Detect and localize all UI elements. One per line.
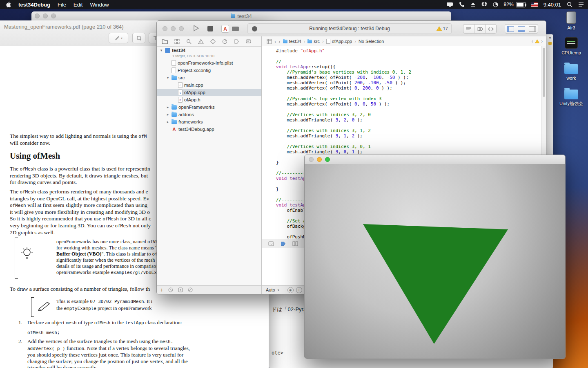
close-button[interactable] — [35, 13, 40, 18]
desktop-icon-Air3[interactable]: Air3 — [558, 11, 585, 30]
navigator-row-test34[interactable]: ▾ test34 — [157, 47, 261, 54]
desktop-icon-Unity勉強会[interactable]: Unity勉強会 — [558, 88, 585, 106]
toggle-debug-area-button[interactable] — [516, 25, 527, 33]
breadcrumb-item-ofapp-cpp[interactable]: ofApp.cpp — [326, 39, 352, 44]
unsaved-filter-icon[interactable] — [188, 287, 193, 292]
disclosure-closed-icon[interactable]: ▸ — [166, 112, 170, 117]
minimize-button[interactable] — [317, 157, 322, 162]
pdf-heading: Using ofMesh — [10, 151, 60, 161]
close-button[interactable] — [309, 157, 314, 162]
menu-file[interactable]: File — [58, 2, 66, 8]
file-name: src — [178, 75, 185, 80]
warning-badge[interactable]: ! 17 — [437, 26, 448, 31]
activity-viewer: Running test34Debug : test34 Debug ! 17 — [247, 23, 452, 34]
variables-scope-select[interactable]: Auto — [266, 287, 275, 292]
close-button[interactable] — [163, 26, 167, 31]
scheme-app-icon[interactable]: A — [221, 25, 229, 33]
navigator-row-test34Debug.app[interactable]: Atest34Debug.app — [157, 126, 261, 133]
text-line: addVertex( p ) function. Note that if a … — [27, 345, 190, 352]
recent-files-icon[interactable] — [168, 287, 173, 292]
breadcrumb-item-test34[interactable]: test34 — [283, 39, 301, 44]
disclosure-open-icon[interactable]: ▾ — [159, 48, 163, 52]
breakpoint-navigator-icon[interactable] — [234, 39, 239, 44]
issue-navigator-icon[interactable] — [198, 39, 204, 44]
navigator-row-openFrameworks-Info.plist[interactable]: openFrameworks-Info.plist — [157, 59, 261, 67]
menu-bar-clock[interactable]: 9:40:01 — [543, 2, 561, 8]
navigator-row-frameworks[interactable]: ▸frameworks — [157, 118, 261, 126]
breadcrumb-item-src[interactable]: src — [307, 39, 320, 44]
test-navigator-icon[interactable] — [210, 39, 216, 44]
battery-status[interactable]: 92% — [504, 2, 526, 7]
text-line: The simplest way to add lighting and nor… — [10, 133, 147, 140]
opengl-render-window[interactable] — [304, 155, 566, 359]
forward-button[interactable]: › — [278, 38, 280, 45]
project-navigator[interactable]: ▾ test34 1 target, OS X SDK 10.10 openFr… — [157, 47, 261, 286]
text-line: will consider now. — [10, 140, 147, 146]
notification-center-icon[interactable] — [578, 2, 584, 7]
app-menu-title[interactable]: test34Debug — [18, 2, 50, 8]
handoff-phone-icon[interactable] — [459, 2, 465, 7]
navigator-row-src[interactable]: ▾src — [157, 74, 261, 81]
symbol-navigator-icon[interactable] — [174, 39, 180, 44]
browser-scrollbar[interactable]: ▾ — [548, 36, 552, 45]
display-menu-icon[interactable] — [446, 2, 453, 7]
desktop-icon-work[interactable]: work — [558, 62, 585, 81]
zoom-button[interactable] — [51, 13, 56, 18]
related-items-icon[interactable] — [267, 39, 272, 44]
disclosure-open-icon[interactable]: ▾ — [166, 76, 170, 80]
next-issue-button[interactable]: › — [541, 38, 543, 44]
hide-debug-area-icon[interactable] — [268, 241, 274, 246]
navigator-row-Project.xcconfig[interactable]: Project.xcconfig — [157, 67, 261, 74]
run-button[interactable] — [192, 25, 200, 33]
file-icon — [326, 39, 330, 44]
report-navigator-icon[interactable] — [246, 39, 251, 44]
scm-status-icon[interactable] — [178, 287, 183, 292]
back-button[interactable]: ‹ — [274, 38, 276, 45]
breakpoints-toggle-icon[interactable] — [281, 241, 286, 246]
minimize-button[interactable] — [43, 13, 48, 18]
quicklook-eye-icon[interactable]: ◉ — [287, 287, 294, 293]
project-navigator-icon[interactable] — [162, 39, 168, 44]
minimize-button[interactable] — [171, 26, 176, 31]
disclosure-closed-icon[interactable]: ▸ — [166, 105, 170, 109]
text-line: So it is highly recommended that you use… — [10, 215, 151, 222]
apple-menu-icon[interactable] — [6, 2, 11, 8]
scheme-device-icon[interactable] — [232, 27, 239, 31]
assistant-editor-button[interactable] — [474, 25, 486, 33]
dropbox-menu-icon[interactable] — [481, 2, 487, 7]
standard-editor-button[interactable] — [463, 25, 474, 33]
version-editor-button[interactable] — [486, 25, 496, 33]
stop-button[interactable] — [207, 26, 213, 31]
disclosure-closed-icon[interactable]: ▸ — [166, 120, 170, 124]
spotlight-search-icon[interactable] — [567, 2, 572, 7]
crop-tool-button[interactable] — [132, 33, 145, 43]
navigator-row-ofApp.cpp[interactable]: cofApp.cpp — [157, 89, 261, 96]
scrollbar-thumb[interactable] — [543, 48, 545, 97]
debug-navigator-icon[interactable] — [222, 39, 227, 44]
timer-pie-icon[interactable] — [493, 2, 498, 7]
menu-window[interactable]: Window — [90, 2, 109, 8]
add-button[interactable]: + — [160, 287, 163, 293]
previous-issue-button[interactable]: ‹ — [532, 38, 533, 44]
breadcrumb-item-no-selection[interactable]: No Selection — [359, 39, 384, 44]
list-item-text: Add the vertices of the surface triangle… — [27, 338, 190, 368]
list-item-text: Declare an object mesh of type ofMesh in… — [27, 319, 182, 326]
eject-icon[interactable] — [470, 2, 476, 7]
info-icon[interactable]: i — [296, 287, 302, 293]
text-line: mesh.addTriangle( 3, 0, 1 ); — [276, 149, 546, 155]
navigator-row-openFrameworks[interactable]: ▸openFrameworks — [157, 103, 261, 111]
zoom-button[interactable] — [179, 26, 184, 31]
navigator-row-ofApp.h[interactable]: hofApp.h — [157, 96, 261, 103]
debug-view-columns-icon[interactable] — [292, 241, 298, 246]
toggle-navigator-button[interactable] — [505, 25, 516, 33]
menu-edit[interactable]: Edit — [74, 2, 82, 8]
navigator-row-main.cpp[interactable]: cmain.cpp — [157, 81, 261, 89]
markup-pencil-button[interactable]: ▾ — [109, 33, 128, 43]
toggle-utilities-button[interactable] — [527, 25, 538, 33]
zoom-button[interactable] — [325, 157, 330, 162]
navigator-row-addons[interactable]: ▸addons — [157, 111, 261, 118]
note-text: This is example 07-3D/02-PyramidMesh. It… — [56, 298, 152, 312]
desktop-icon-CPUtemp[interactable]: CPUtemp — [558, 37, 585, 55]
input-language-flag-icon[interactable] — [531, 2, 538, 7]
find-navigator-icon[interactable] — [186, 39, 192, 44]
